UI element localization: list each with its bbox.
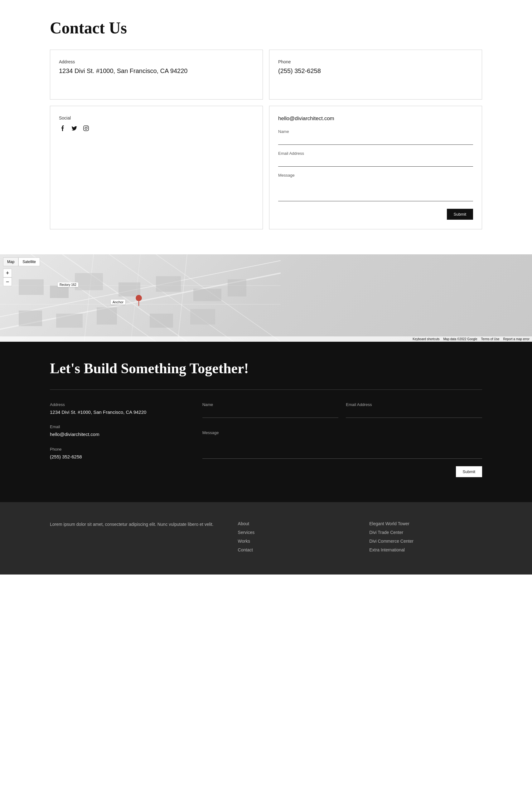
contact-bottom-grid: Social xyxy=(50,106,482,229)
contact-link[interactable]: Contact xyxy=(238,547,253,552)
list-item: About xyxy=(238,521,351,526)
message-input[interactable] xyxy=(278,179,473,201)
build-email-label: Email xyxy=(50,424,190,429)
svg-rect-25 xyxy=(190,309,215,324)
address-value: 1234 Divi St. #1000, San Francisco, CA 9… xyxy=(59,68,254,75)
map-terms: Terms of Use xyxy=(481,337,500,341)
build-email-label: Email Address xyxy=(346,402,482,407)
about-link[interactable]: About xyxy=(238,521,250,526)
email-field: Email Address xyxy=(278,151,473,166)
build-email-value: hello@diviarchitect.com xyxy=(50,431,190,438)
footer-about-text: Lorem ipsum dolor sit amet, consectetur … xyxy=(50,521,219,528)
extra-link[interactable]: Extra International xyxy=(369,547,405,552)
zoom-in-button[interactable]: + xyxy=(3,269,12,277)
contact-section: Contact Us Address 1234 Divi St. #1000, … xyxy=(0,0,532,254)
svg-rect-23 xyxy=(97,307,117,324)
footer-nav-1-list: About Services Works Contact xyxy=(238,521,351,553)
build-email-group: Email hello@diviarchitect.com xyxy=(50,424,190,438)
satellite-view-button[interactable]: Satellite xyxy=(18,258,40,266)
build-address-value: 1234 Divi St. #1000, San Francisco, CA 9… xyxy=(50,409,190,416)
svg-rect-20 xyxy=(228,279,246,296)
svg-point-1 xyxy=(85,127,87,130)
build-section: Let's Build Something Together! Address … xyxy=(0,342,532,502)
contact-form-card: hello@diviarchitect.com Name Email Addre… xyxy=(269,106,482,229)
submit-button[interactable]: Submit xyxy=(447,209,473,220)
build-title: Let's Build Something Together! xyxy=(50,360,482,377)
footer: Lorem ipsum dolor sit amet, consectetur … xyxy=(0,502,532,575)
name-field: Name xyxy=(278,129,473,145)
map-placeholder[interactable]: Map Satellite + − Keyboard shortcuts Map… xyxy=(0,254,532,342)
build-name-field: Name xyxy=(202,402,339,418)
footer-nav-2: Elegant World Tower Divi Trade Center Di… xyxy=(369,521,482,556)
list-item: Works xyxy=(238,538,351,544)
services-link[interactable]: Services xyxy=(238,530,255,535)
message-field: Message xyxy=(278,173,473,203)
svg-line-13 xyxy=(178,254,187,342)
build-message-input[interactable] xyxy=(202,437,482,459)
contact-top-grid: Address 1234 Divi St. #1000, San Francis… xyxy=(50,49,482,100)
svg-point-26 xyxy=(136,295,142,301)
divi-trade-link[interactable]: Divi Trade Center xyxy=(369,530,403,535)
name-input[interactable] xyxy=(278,136,473,145)
build-phone-group: Phone (255) 352-6258 xyxy=(50,447,190,461)
build-phone-value: (255) 352-6258 xyxy=(50,453,190,461)
build-address-group: Address 1234 Divi St. #1000, San Francis… xyxy=(50,402,190,416)
social-label: Social xyxy=(59,115,254,120)
keyboard-shortcuts: Keyboard shortcuts xyxy=(413,337,439,341)
svg-rect-14 xyxy=(19,279,44,295)
list-item: Contact xyxy=(238,547,351,553)
twitter-icon[interactable] xyxy=(71,125,78,132)
svg-rect-21 xyxy=(19,310,42,326)
map-attribution: Keyboard shortcuts Map data ©2022 Google… xyxy=(0,336,532,342)
build-name-input[interactable] xyxy=(202,409,339,418)
build-form-row: Name Email Address xyxy=(202,402,482,424)
map-view-button[interactable]: Map xyxy=(3,258,18,266)
facebook-icon[interactable] xyxy=(59,125,66,132)
svg-rect-19 xyxy=(193,289,221,301)
build-message-field: Message xyxy=(202,430,482,460)
address-card: Address 1234 Divi St. #1000, San Francis… xyxy=(50,49,263,100)
build-form: Name Email Address Message Submit xyxy=(202,402,482,477)
svg-rect-17 xyxy=(118,282,140,296)
svg-rect-18 xyxy=(156,276,181,292)
list-item: Elegant World Tower xyxy=(369,521,482,526)
list-item: Extra International xyxy=(369,547,482,553)
svg-rect-15 xyxy=(50,286,69,298)
form-footer: Submit xyxy=(278,209,473,220)
footer-grid: Lorem ipsum dolor sit amet, consectetur … xyxy=(50,521,482,556)
build-email-input[interactable] xyxy=(346,409,482,418)
contact-title: Contact Us xyxy=(50,19,482,37)
divi-commerce-link[interactable]: Divi Commerce Center xyxy=(369,539,414,543)
social-card: Social xyxy=(50,106,263,229)
list-item: Divi Trade Center xyxy=(369,530,482,535)
report-error: Report a map error xyxy=(503,337,530,341)
svg-point-2 xyxy=(87,127,88,127)
phone-card: Phone (255) 352-6258 xyxy=(269,49,482,100)
message-label: Message xyxy=(278,173,473,177)
zoom-out-button[interactable]: − xyxy=(3,277,12,286)
build-name-label: Name xyxy=(202,402,339,407)
build-grid: Address 1234 Divi St. #1000, San Francis… xyxy=(50,402,482,477)
map-section: Map Satellite + − Keyboard shortcuts Map… xyxy=(0,254,532,342)
instagram-icon[interactable] xyxy=(83,125,89,132)
svg-rect-22 xyxy=(56,314,83,328)
elegant-link[interactable]: Elegant World Tower xyxy=(369,521,410,526)
build-submit-button[interactable]: Submit xyxy=(456,466,482,477)
footer-about: Lorem ipsum dolor sit amet, consectetur … xyxy=(50,521,219,556)
form-email-display: hello@diviarchitect.com xyxy=(278,115,473,122)
build-message-label: Message xyxy=(202,430,482,435)
build-address-label: Address xyxy=(50,402,190,407)
svg-rect-16 xyxy=(75,273,103,290)
map-zoom-controls: + − xyxy=(3,269,12,286)
list-item: Services xyxy=(238,530,351,535)
phone-value: (255) 352-6258 xyxy=(278,68,473,75)
works-link[interactable]: Works xyxy=(238,539,250,543)
phone-label: Phone xyxy=(278,59,473,64)
social-icons xyxy=(59,125,254,132)
map-controls: Map Satellite xyxy=(3,258,40,266)
email-input[interactable] xyxy=(278,158,473,166)
map-data: Map data ©2022 Google xyxy=(443,337,477,341)
name-label: Name xyxy=(278,129,473,134)
build-form-footer: Submit xyxy=(202,466,482,477)
footer-nav-2-list: Elegant World Tower Divi Trade Center Di… xyxy=(369,521,482,553)
